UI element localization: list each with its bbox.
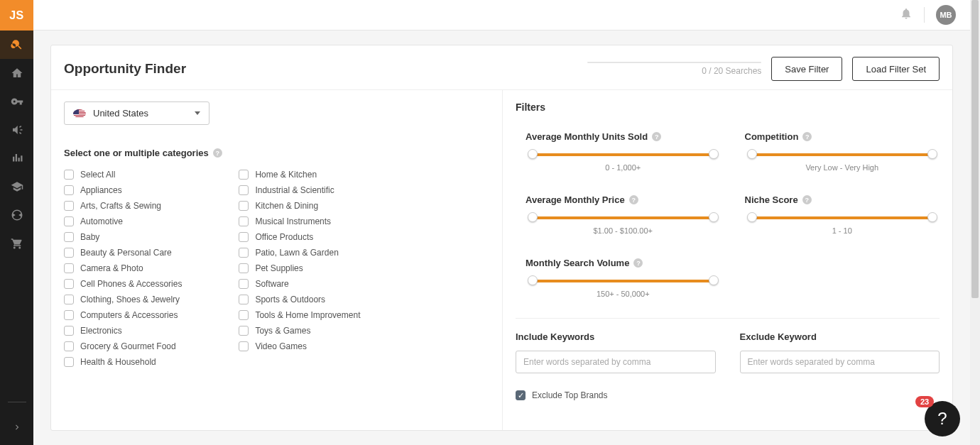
page-title: Opportunity Finder xyxy=(64,61,186,77)
scrollbar-track[interactable] xyxy=(970,0,980,445)
categories-col-2: Home & KitchenIndustrial & ScientificKit… xyxy=(239,170,360,367)
help-fab[interactable]: ? 23 xyxy=(925,401,960,436)
exclude-keyword-input[interactable] xyxy=(740,351,940,373)
category-checkbox[interactable]: Cell Phones & Accessories xyxy=(64,279,182,289)
price-slider[interactable] xyxy=(530,215,717,221)
slider-handle-min[interactable] xyxy=(528,212,538,222)
category-label: Software xyxy=(255,279,288,289)
category-label: Industrial & Scientific xyxy=(255,185,334,195)
category-checkbox[interactable]: Software xyxy=(239,279,360,289)
category-checkbox[interactable]: Grocery & Gourmet Food xyxy=(64,341,182,351)
category-checkbox[interactable]: Electronics xyxy=(64,326,182,336)
nav-opportunity-finder[interactable] xyxy=(0,31,33,59)
competition-slider[interactable] xyxy=(749,152,936,158)
slider-handle-max[interactable] xyxy=(709,275,719,285)
category-checkbox[interactable]: Arts, Crafts & Sewing xyxy=(64,201,182,211)
nav-marketing[interactable] xyxy=(0,116,33,144)
category-checkbox[interactable]: Beauty & Personal Care xyxy=(64,248,182,258)
checkbox-icon xyxy=(64,357,74,367)
nav-cart[interactable] xyxy=(0,229,33,258)
category-label: Camera & Photo xyxy=(80,263,143,273)
checkbox-icon xyxy=(64,341,74,351)
slider-handle-min[interactable] xyxy=(747,149,757,159)
logo[interactable]: JS xyxy=(0,0,33,31)
checkbox-icon xyxy=(239,341,249,351)
category-checkbox[interactable]: Tools & Home Improvement xyxy=(239,310,360,320)
category-checkbox[interactable]: Computers & Accessories xyxy=(64,310,182,320)
category-checkbox[interactable]: Select All xyxy=(64,170,182,180)
right-column: Filters Average Monthly Units Sold ? 0 - xyxy=(503,90,952,430)
help-icon[interactable]: ? xyxy=(802,132,812,141)
category-label: Office Products xyxy=(255,232,313,242)
category-label: Computers & Accessories xyxy=(80,310,178,320)
checkbox-icon xyxy=(239,248,249,258)
category-checkbox[interactable]: Appliances xyxy=(64,185,182,195)
category-checkbox[interactable]: Automotive xyxy=(64,216,182,226)
save-filter-button[interactable]: Save Filter xyxy=(771,57,842,81)
category-label: Select All xyxy=(80,170,115,180)
checkbox-icon xyxy=(64,310,74,320)
help-icon[interactable]: ? xyxy=(213,148,222,158)
scrollbar-thumb[interactable] xyxy=(971,0,979,298)
filter-competition: Competition ? Very Low - Very High xyxy=(745,131,940,172)
category-checkbox[interactable]: Office Products xyxy=(239,232,360,242)
category-checkbox[interactable]: Video Games xyxy=(239,341,360,351)
chevron-right-icon xyxy=(12,422,22,432)
search-volume-slider[interactable] xyxy=(530,278,717,284)
slider-handle-min[interactable] xyxy=(528,149,538,159)
nav-extension[interactable] xyxy=(0,201,33,229)
load-filter-set-button[interactable]: Load Filter Set xyxy=(852,57,940,81)
card-header: Opportunity Finder 0 / 20 Searches Save … xyxy=(51,45,952,89)
checkbox-icon xyxy=(239,216,249,226)
nav-dashboard[interactable] xyxy=(0,59,33,87)
categories-col-1: Select AllAppliancesArts, Crafts & Sewin… xyxy=(64,170,182,367)
category-checkbox[interactable]: Pet Supplies xyxy=(239,263,360,273)
help-icon[interactable]: ? xyxy=(629,195,638,204)
category-checkbox[interactable]: Kitchen & Dining xyxy=(239,201,360,211)
category-label: Grocery & Gourmet Food xyxy=(80,341,176,351)
category-checkbox[interactable]: Health & Household xyxy=(64,357,182,367)
sidebar-expand[interactable] xyxy=(0,417,33,438)
slider-handle-max[interactable] xyxy=(927,149,937,159)
slider-range-text: 1 - 10 xyxy=(745,226,940,235)
include-keywords-input[interactable] xyxy=(516,351,716,373)
notifications-button[interactable] xyxy=(900,7,913,23)
category-checkbox[interactable]: Camera & Photo xyxy=(64,263,182,273)
slider-handle-max[interactable] xyxy=(927,212,937,222)
slider-handle-max[interactable] xyxy=(709,149,719,159)
search-icon xyxy=(11,38,23,51)
include-keywords-label: Include Keywords xyxy=(516,331,716,342)
category-checkbox[interactable]: Patio, Lawn & Garden xyxy=(239,248,360,258)
slider-range-text: Very Low - Very High xyxy=(745,163,940,172)
card-body: United States Select one or multiple cat… xyxy=(51,89,952,430)
category-checkbox[interactable]: Baby xyxy=(64,232,182,242)
help-icon[interactable]: ? xyxy=(633,258,643,268)
checkbox-icon xyxy=(64,170,74,180)
nav-analytics[interactable] xyxy=(0,144,33,172)
category-checkbox[interactable]: Toys & Games xyxy=(239,326,360,336)
checkbox-icon xyxy=(239,326,249,336)
category-label: Baby xyxy=(80,232,99,242)
bell-icon xyxy=(900,7,913,20)
category-checkbox[interactable]: Home & Kitchen xyxy=(239,170,360,180)
exclude-keyword-label: Exclude Keyword xyxy=(740,331,940,342)
topbar: MB xyxy=(33,0,970,31)
slider-handle-min[interactable] xyxy=(528,275,538,285)
help-icon[interactable]: ? xyxy=(652,132,661,141)
units-sold-slider[interactable] xyxy=(530,152,717,158)
exclude-top-brands-checkbox[interactable]: Exclude Top Brands xyxy=(516,390,940,400)
slider-handle-min[interactable] xyxy=(747,212,757,222)
category-label: Beauty & Personal Care xyxy=(80,248,172,258)
nav-academy[interactable] xyxy=(0,172,33,201)
niche-slider[interactable] xyxy=(749,215,936,221)
nav-keyword[interactable] xyxy=(0,87,33,116)
category-label: Cell Phones & Accessories xyxy=(80,279,182,289)
avatar[interactable]: MB xyxy=(936,5,956,25)
help-icon[interactable]: ? xyxy=(802,195,812,204)
slider-handle-max[interactable] xyxy=(709,212,719,222)
country-dropdown[interactable]: United States xyxy=(64,101,209,125)
category-checkbox[interactable]: Musical Instruments xyxy=(239,216,360,226)
category-checkbox[interactable]: Industrial & Scientific xyxy=(239,185,360,195)
category-checkbox[interactable]: Clothing, Shoes & Jewelry xyxy=(64,295,182,304)
category-checkbox[interactable]: Sports & Outdoors xyxy=(239,295,360,304)
